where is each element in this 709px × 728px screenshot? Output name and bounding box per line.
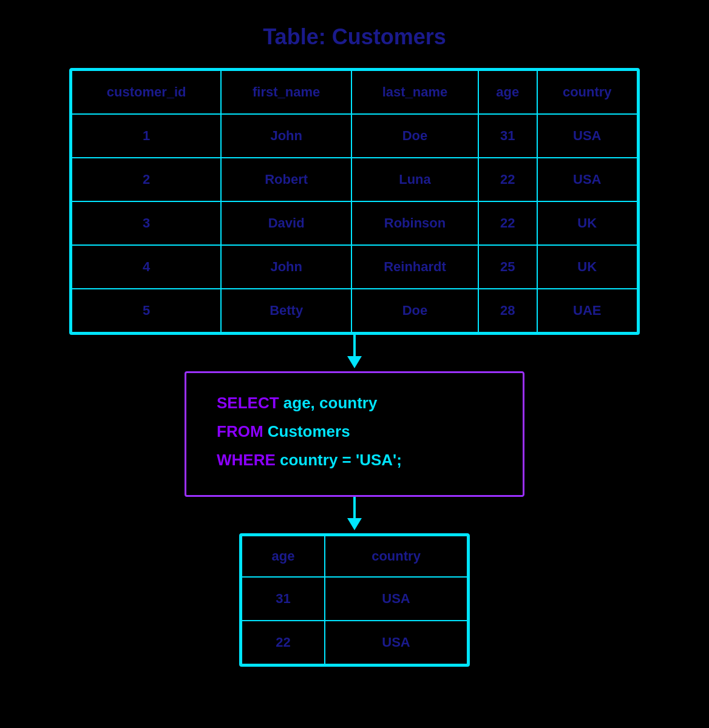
result-body: 31USA22USA <box>242 577 467 664</box>
where-keyword: WHERE <box>217 451 276 469</box>
select-keyword: SELECT <box>217 394 279 412</box>
select-rest: age, country <box>279 394 378 412</box>
table-cell-r3-c4: UK <box>537 245 638 289</box>
table-cell-r1-c3: 22 <box>478 158 537 201</box>
table-cell-r0-c4: USA <box>537 114 638 158</box>
table-cell-r2-c2: Robinson <box>351 201 478 245</box>
table-cell-r1-c0: 2 <box>72 158 221 201</box>
sql-box: SELECT age, country FROM Customers WHERE… <box>185 371 524 497</box>
result-header-age: age <box>242 536 325 577</box>
table-cell-r0-c1: John <box>221 114 351 158</box>
from-keyword: FROM <box>217 422 263 440</box>
result-cell-r1-c0: 22 <box>242 621 325 664</box>
table-row: 5BettyDoe28UAE <box>72 289 637 332</box>
arrow-down-1 <box>342 335 367 371</box>
table-cell-r0-c3: 31 <box>478 114 537 158</box>
page-title: Table: Customers <box>263 24 446 50</box>
where-rest: country = 'USA'; <box>276 451 402 469</box>
sql-line-3: WHERE country = 'USA'; <box>217 448 492 472</box>
result-row: 22USA <box>242 621 467 664</box>
table-cell-r1-c1: Robert <box>221 158 351 201</box>
result-cell-r0-c0: 31 <box>242 577 325 621</box>
table-header-first_name: first_name <box>221 70 351 114</box>
table-row: 4JohnReinhardt25UK <box>72 245 637 289</box>
from-rest: Customers <box>263 422 350 440</box>
table-header-age: age <box>478 70 537 114</box>
table-cell-r4-c0: 5 <box>72 289 221 332</box>
table-cell-r1-c2: Luna <box>351 158 478 201</box>
table-cell-r1-c4: USA <box>537 158 638 201</box>
svg-marker-3 <box>347 518 362 530</box>
sql-line-2: FROM Customers <box>217 420 492 443</box>
table-cell-r4-c3: 28 <box>478 289 537 332</box>
table-cell-r0-c0: 1 <box>72 114 221 158</box>
result-cell-r0-c1: USA <box>325 577 467 621</box>
table-cell-r3-c0: 4 <box>72 245 221 289</box>
table-cell-r3-c1: John <box>221 245 351 289</box>
table-cell-r2-c0: 3 <box>72 201 221 245</box>
table-cell-r3-c3: 25 <box>478 245 537 289</box>
result-header-row: agecountry <box>242 536 467 577</box>
table-cell-r2-c1: David <box>221 201 351 245</box>
table-header-customer_id: customer_id <box>72 70 221 114</box>
result-cell-r1-c1: USA <box>325 621 467 664</box>
customers-table: customer_idfirst_namelast_nameagecountry… <box>71 70 638 333</box>
table-row: 3DavidRobinson22UK <box>72 201 637 245</box>
table-row: 1JohnDoe31USA <box>72 114 637 158</box>
svg-marker-1 <box>347 356 362 368</box>
table-cell-r4-c1: Betty <box>221 289 351 332</box>
result-row: 31USA <box>242 577 467 621</box>
result-table: agecountry 31USA22USA <box>241 535 468 665</box>
table-cell-r2-c3: 22 <box>478 201 537 245</box>
result-table-wrapper: agecountry 31USA22USA <box>239 533 470 667</box>
table-header-last_name: last_name <box>351 70 478 114</box>
top-table-wrapper: customer_idfirst_namelast_nameagecountry… <box>69 68 640 335</box>
table-cell-r0-c2: Doe <box>351 114 478 158</box>
table-cell-r2-c4: UK <box>537 201 638 245</box>
table-body: 1JohnDoe31USA2RobertLuna22USA3DavidRobin… <box>72 114 637 332</box>
sql-line-1: SELECT age, country <box>217 391 492 415</box>
table-row: 2RobertLuna22USA <box>72 158 637 201</box>
table-cell-r4-c2: Doe <box>351 289 478 332</box>
table-cell-r4-c4: UAE <box>537 289 638 332</box>
table-header-row: customer_idfirst_namelast_nameagecountry <box>72 70 637 114</box>
table-header-country: country <box>537 70 638 114</box>
table-cell-r3-c2: Reinhardt <box>351 245 478 289</box>
result-header-country: country <box>325 536 467 577</box>
arrow-down-2 <box>342 497 367 533</box>
